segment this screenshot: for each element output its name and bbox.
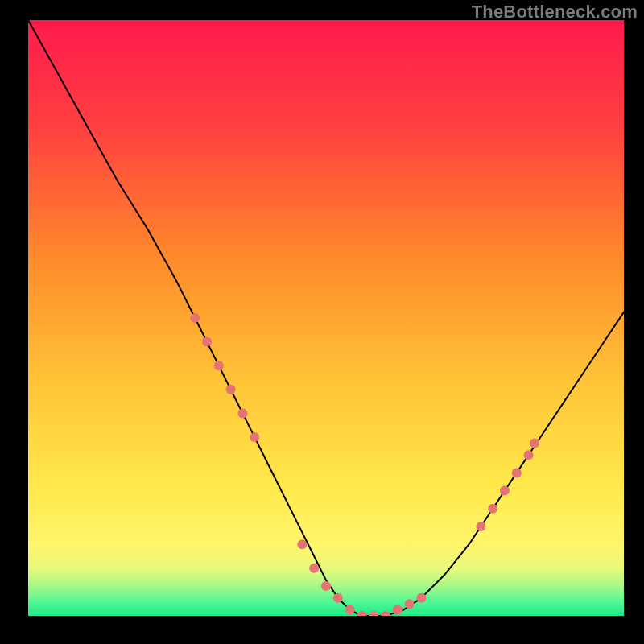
dot-highlight-dots-left (237, 408, 247, 418)
dot-highlight-dots-left (226, 385, 236, 394)
dot-highlight-dots-valley (333, 593, 343, 603)
dot-highlight-dots-left (214, 361, 224, 370)
dot-highlight-dots-left (250, 432, 259, 442)
chart-svg (28, 20, 624, 616)
dot-highlight-dots-right (524, 450, 534, 460)
dot-highlight-dots-right (530, 438, 539, 448)
dot-highlight-dots-valley (393, 605, 402, 615)
dot-highlight-dots-right (512, 468, 522, 477)
dot-highlight-dots-valley (416, 593, 426, 603)
dot-highlight-dots-valley (297, 539, 307, 549)
gradient-background (28, 20, 624, 616)
dot-highlight-dots-valley (405, 599, 415, 609)
dot-highlight-dots-valley (309, 564, 319, 573)
dot-highlight-dots-right (500, 486, 510, 496)
dot-highlight-dots-right (476, 522, 485, 531)
dot-highlight-dots-valley (321, 581, 331, 591)
dot-highlight-dots-valley (345, 605, 355, 615)
dot-highlight-dots-right (488, 504, 497, 514)
dot-highlight-dots-left (190, 313, 200, 323)
plot-area (28, 20, 624, 616)
chart-frame: TheBottleneck.com (0, 0, 644, 644)
dot-highlight-dots-left (202, 337, 212, 347)
